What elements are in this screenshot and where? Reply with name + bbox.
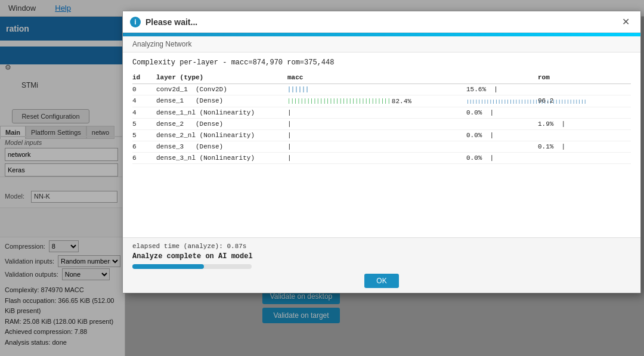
row-id: 0: [132, 86, 156, 93]
row-rom-bar: 0.0% |: [466, 154, 538, 162]
row-rom-pct: 0.1% |: [538, 143, 621, 150]
modal-title: Please wait...: [145, 17, 197, 27]
col-id: id: [132, 74, 156, 81]
modal-info-icon: i: [130, 17, 141, 27]
modal-close-button[interactable]: ✕: [618, 15, 633, 29]
row-macc-bar: |: [287, 154, 466, 162]
row-id: 4: [132, 97, 156, 105]
table-row: 5 dense_2 (Dense) | 1.9% |: [132, 119, 631, 130]
analyzing-label: Analyzing Network: [123, 36, 640, 52]
row-rom-pct: 1.9% |: [538, 120, 621, 128]
completion-progress-fill: [132, 264, 204, 269]
row-id: 5: [132, 132, 156, 139]
row-macc-bar: ||||||: [287, 86, 466, 93]
complete-text: Analyze complete on AI model: [132, 252, 631, 261]
row-rom-pct: [538, 86, 621, 93]
row-id: 5: [132, 120, 156, 128]
modal-title-bar: i Please wait... ✕: [123, 11, 640, 33]
row-layer: dense_2_nl (Nonlinearity): [156, 132, 287, 139]
table-header: id layer (type) macc rom: [132, 72, 631, 84]
col-rom-spacer: [466, 74, 538, 81]
row-id: 6: [132, 143, 156, 150]
modal-dialog: i Please wait... ✕ Analyzing Network Com…: [122, 11, 641, 293]
row-rom-pct: [538, 132, 621, 139]
row-layer: conv2d_1 (Conv2D): [156, 86, 287, 93]
row-macc-bar: |: [287, 143, 466, 150]
ok-button[interactable]: OK: [364, 274, 398, 288]
modal-title-left: i Please wait...: [130, 17, 197, 27]
row-macc-bar: |||||||||||||||||||||||||||||||| 82.4%: [287, 97, 466, 105]
table-row: 0 conv2d_1 (Conv2D) |||||| 15.6% |: [132, 84, 631, 95]
row-layer: dense_3_nl (Nonlinearity): [156, 154, 287, 162]
row-id: 4: [132, 109, 156, 116]
table-row: 6 dense_3 (Dense) | 0.1% |: [132, 141, 631, 153]
col-macc: macc: [287, 74, 466, 81]
row-rom-bar: 0.0% |: [466, 109, 538, 116]
row-rom-bar: [466, 120, 538, 128]
table-row: 4 dense_1_nl (Nonlinearity) | 0.0% |: [132, 107, 631, 119]
row-rom-bar: ||||||||||||||||||||||||||||||||||||||||…: [466, 97, 538, 105]
row-macc-bar: |: [287, 109, 466, 116]
table-row: 5 dense_2_nl (Nonlinearity) | 0.0% |: [132, 130, 631, 141]
modal-footer: elapsed time (analyze): 0.87s Analyze co…: [123, 237, 640, 293]
row-layer: dense_2 (Dense): [156, 120, 287, 128]
row-rom-pct: 96.2: [538, 97, 621, 105]
table-row: 4 dense_1 (Dense) ||||||||||||||||||||||…: [132, 95, 631, 107]
completion-progress-bar: [132, 264, 252, 269]
col-layer: layer (type): [156, 74, 287, 81]
row-rom-pct: [538, 109, 621, 116]
modal-content[interactable]: Complexity per-layer - macc=874,970 rom=…: [123, 52, 640, 237]
complexity-line: Complexity per-layer - macc=874,970 rom=…: [132, 58, 631, 67]
col-rom: rom: [538, 74, 621, 81]
row-macc-bar: |: [287, 120, 466, 128]
row-layer: dense_3 (Dense): [156, 143, 287, 150]
elapsed-time: elapsed time (analyze): 0.87s: [132, 243, 631, 250]
row-layer: dense_1_nl (Nonlinearity): [156, 109, 287, 116]
row-macc-bar: |: [287, 132, 466, 139]
table-row: 6 dense_3_nl (Nonlinearity) | 0.0% |: [132, 153, 631, 164]
row-layer: dense_1 (Dense): [156, 97, 287, 105]
row-rom-pct: [538, 154, 621, 162]
row-rom-bar: [466, 143, 538, 150]
row-rom-bar: 0.0% |: [466, 132, 538, 139]
row-macc-pct: 15.6% |: [466, 86, 538, 93]
row-id: 6: [132, 154, 156, 162]
